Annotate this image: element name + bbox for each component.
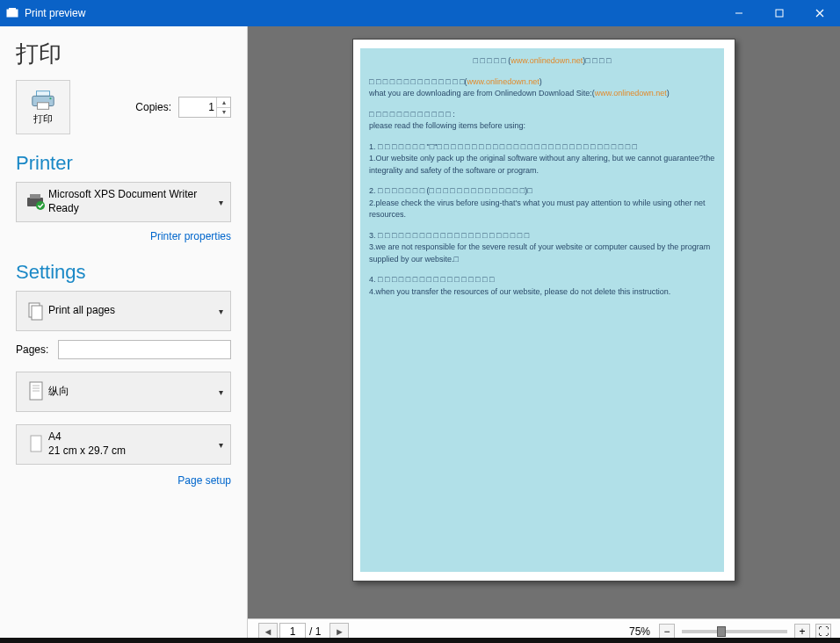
- app-icon: [5, 6, 19, 20]
- doc-text: 3. □ □ □ □ □ □ □ □ □ □ □ □ □ □ □ □ □ □ □…: [369, 230, 715, 242]
- zoom-slider-knob[interactable]: [717, 626, 726, 637]
- preview-canvas[interactable]: □ □ □ □ □ (www.onlinedown.net)□ □ □ □ □ …: [248, 26, 840, 618]
- svg-rect-8: [37, 102, 48, 109]
- printer-dropdown[interactable]: Microsoft XPS Document Writer Ready ▾: [16, 182, 231, 222]
- copies-label: Copies:: [135, 101, 171, 113]
- doc-text: ): [667, 89, 670, 98]
- portrait-icon: [24, 380, 48, 403]
- doc-text: what you are downloading are from Online…: [369, 89, 595, 98]
- print-button-label: 打印: [33, 112, 53, 126]
- zoom-out-button[interactable]: −: [659, 624, 675, 639]
- svg-point-9: [49, 98, 51, 99]
- total-pages-label: / 1: [309, 625, 321, 638]
- svg-point-12: [36, 201, 45, 210]
- copies-spinner[interactable]: ▴▾: [216, 98, 230, 117]
- print-settings-panel: 打印 打印 Copies: ▴▾ Printer: [0, 26, 248, 643]
- doc-text: ): [539, 77, 542, 86]
- doc-text: □ □ □ □ □ □ □ □ □ □ □ □ :: [369, 109, 715, 121]
- printer-name: Microsoft XPS Document Writer: [48, 188, 219, 202]
- chevron-down-icon[interactable]: ▾: [216, 108, 230, 118]
- svg-rect-0: [7, 10, 18, 17]
- chevron-down-icon: ▾: [219, 387, 223, 397]
- doc-text: 1. □ □ □ □ □ □ □ "□"□ □ □ □ □ □ □ □ □ □ …: [369, 141, 715, 154]
- title-bar: Print preview: [0, 0, 840, 26]
- doc-text: □ □ □ □ □ □ □ □ □ □ □ □ □ □(: [369, 77, 467, 86]
- window-title: Print preview: [25, 7, 85, 19]
- svg-rect-1: [9, 8, 16, 11]
- doc-url: www.onlinedown.net: [595, 89, 667, 98]
- chevron-up-icon[interactable]: ▴: [216, 98, 230, 108]
- chevron-down-icon: ▾: [219, 198, 223, 207]
- svg-rect-6: [37, 90, 50, 96]
- print-heading: 打印: [16, 39, 231, 69]
- chevron-down-icon: ▾: [219, 307, 223, 316]
- printer-section-heading: Printer: [16, 152, 231, 175]
- zoom-slider[interactable]: [682, 630, 787, 633]
- maximize-button[interactable]: [759, 0, 800, 26]
- preview-page: □ □ □ □ □ (www.onlinedown.net)□ □ □ □ □ …: [352, 39, 735, 582]
- doc-text: □ □ □ □ □ (: [474, 56, 511, 65]
- settings-section-heading: Settings: [16, 261, 231, 284]
- print-button[interactable]: 打印: [16, 80, 70, 134]
- doc-text: 2.please check the virus before using-th…: [369, 198, 715, 221]
- pages-input[interactable]: [58, 340, 231, 359]
- printer-status: Ready: [48, 202, 219, 216]
- pages-icon: [24, 300, 48, 322]
- doc-text: 1.Our website only pack up the original …: [369, 153, 715, 177]
- orientation-label: 纵向: [48, 385, 219, 399]
- svg-rect-3: [776, 10, 783, 17]
- doc-text: please read the following items before u…: [369, 120, 715, 133]
- zoom-level-label: 75%: [629, 625, 650, 638]
- svg-rect-19: [31, 436, 41, 452]
- paper-name: A4: [48, 430, 219, 444]
- print-range-label: Print all pages: [48, 304, 219, 318]
- taskbar: [0, 638, 840, 643]
- doc-text: )□ □ □ □: [583, 56, 611, 65]
- paper-dimensions: 21 cm x 29.7 cm: [48, 444, 219, 459]
- svg-rect-14: [32, 306, 42, 320]
- zoom-in-button[interactable]: +: [794, 624, 810, 639]
- doc-url: www.onlinedown.net: [467, 77, 539, 86]
- pages-label: Pages:: [16, 343, 58, 356]
- doc-url: www.onlinedown.net: [511, 56, 583, 65]
- printer-icon: [30, 90, 56, 111]
- chevron-down-icon: ▾: [219, 440, 223, 450]
- orientation-dropdown[interactable]: 纵向 ▾: [16, 372, 231, 412]
- fit-page-button[interactable]: ⛶: [815, 624, 831, 639]
- doc-text: 2. □ □ □ □ □ □ □ (□ □ □ □ □ □ □ □ □ □ □ …: [369, 185, 715, 198]
- close-button[interactable]: [800, 0, 840, 26]
- doc-text: 4. □ □ □ □ □ □ □ □ □ □ □ □ □ □ □ □ □: [369, 274, 715, 286]
- paper-size-dropdown[interactable]: A4 21 cm x 29.7 cm ▾: [16, 424, 231, 465]
- doc-text: 3.we are not responsible for the severe …: [369, 242, 715, 265]
- minimize-button[interactable]: [719, 0, 759, 26]
- print-range-dropdown[interactable]: Print all pages ▾: [16, 291, 231, 331]
- preview-pane: □ □ □ □ □ (www.onlinedown.net)□ □ □ □ □ …: [248, 26, 840, 643]
- doc-text: 4.when you transfer the resources of our…: [369, 286, 715, 299]
- document-content: □ □ □ □ □ (www.onlinedown.net)□ □ □ □ □ …: [360, 48, 724, 572]
- page-icon: [24, 433, 48, 456]
- svg-rect-11: [30, 194, 40, 199]
- page-setup-link[interactable]: Page setup: [177, 474, 231, 487]
- printer-status-icon: [24, 192, 48, 212]
- printer-properties-link[interactable]: Printer properties: [150, 230, 231, 242]
